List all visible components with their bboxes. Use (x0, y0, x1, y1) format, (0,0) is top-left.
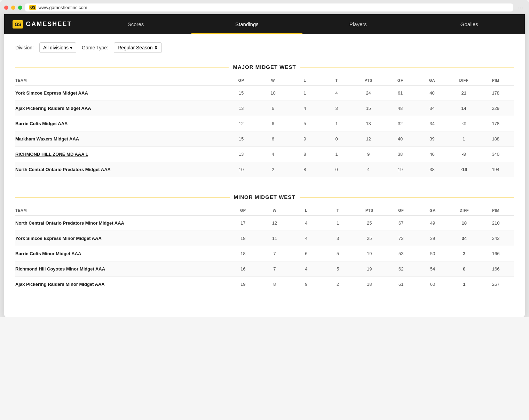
cell-pim-1-3: 166 (482, 261, 514, 277)
app-wrapper: GS GAMESHEET Scores Standings Players Go… (4, 14, 525, 317)
cell-pts-1-4: 18 (356, 277, 387, 292)
cell-l-1-2: 6 (292, 246, 324, 261)
cell-gf-1-2: 53 (387, 246, 419, 261)
table-row: North Central Ontario Predators Minor Mi… (15, 216, 514, 231)
cell-gf-1-0: 67 (387, 216, 419, 231)
division-select[interactable]: All divisions ▾ (39, 42, 76, 53)
cell-t-0-3: 0 (323, 131, 355, 147)
col-header-gf-0: GF (386, 75, 418, 86)
table-row: Barrie Colts Midget AAA12651133234-2178 (15, 116, 514, 131)
cell-pim-1-4: 267 (482, 277, 514, 292)
table-row: York Simcoe Express Midget AAA1510142461… (15, 86, 514, 101)
section-line-left-0 (15, 67, 229, 67)
team-name-0-4[interactable]: RICHMOND HILL ZONE MD AAA 1 (15, 147, 227, 162)
cell-ga-0-2: 34 (418, 116, 450, 131)
division-label: Division: (15, 45, 34, 50)
cell-gp-0-4: 13 (227, 147, 259, 162)
cell-diff-0-0: 21 (450, 86, 482, 101)
nav-logo[interactable]: GS GAMESHEET (4, 15, 80, 34)
cell-ga-0-1: 34 (418, 101, 450, 116)
col-header-diff-1: DIFF (450, 205, 482, 216)
cell-gf-0-3: 40 (386, 131, 418, 147)
cell-gp-0-1: 13 (227, 101, 259, 116)
cell-gf-0-2: 32 (386, 116, 418, 131)
col-header-pts-1: PTS (356, 205, 387, 216)
team-name-1-1: York Simcoe Express Minor Midget AAA (15, 231, 229, 246)
col-header-diff-0: DIFF (450, 75, 482, 86)
browser-url: www.gamesheetinc.com (38, 5, 87, 10)
cell-gf-0-5: 19 (386, 162, 418, 177)
content-area: Division: All divisions ▾ Game Type: Reg… (4, 34, 525, 317)
cell-w-0-1: 6 (259, 101, 291, 116)
browser-chrome: GS www.gamesheetinc.com ⋯ GS GAMESHEET S… (0, 0, 529, 317)
filters-bar: Division: All divisions ▾ Game Type: Reg… (15, 42, 514, 53)
cell-pts-0-3: 12 (355, 131, 386, 147)
team-name-1-0: North Central Ontario Predators Minor Mi… (15, 216, 229, 231)
cell-gp-0-5: 10 (227, 162, 259, 177)
game-type-label: Game Type: (82, 45, 108, 50)
table-row: Richmond Hill Coyotes Minor Midget AAA16… (15, 261, 514, 277)
col-header-gf-1: GF (387, 205, 419, 216)
section-line-right-1 (300, 197, 514, 197)
cell-w-0-2: 6 (259, 116, 291, 131)
col-header-team-1: TEAM (15, 205, 229, 216)
nav-standings[interactable]: Standings (191, 14, 302, 34)
address-bar[interactable]: GS www.gamesheetinc.com (25, 3, 513, 11)
cell-t-1-0: 1 (324, 216, 356, 231)
cell-w-0-4: 4 (259, 147, 291, 162)
cell-pts-1-0: 25 (356, 216, 387, 231)
team-name-1-4: Ajax Pickering Raiders Minor Midget AAA (15, 277, 229, 292)
cell-gf-1-1: 73 (387, 231, 419, 246)
col-header-pim-0: PIM (482, 75, 514, 86)
col-header-t-1: T (324, 205, 356, 216)
cell-w-1-4: 8 (261, 277, 293, 292)
section-title-1: MINOR MIDGET WEST (234, 194, 295, 200)
cell-pts-0-0: 24 (355, 86, 386, 101)
cell-diff-1-0: 18 (450, 216, 482, 231)
cell-l-0-2: 5 (291, 116, 323, 131)
table-row: York Simcoe Express Minor Midget AAA1811… (15, 231, 514, 246)
cell-diff-1-1: 34 (450, 231, 482, 246)
nav-players[interactable]: Players (302, 14, 413, 34)
cell-l-1-1: 4 (292, 231, 324, 246)
cell-diff-1-3: 8 (450, 261, 482, 277)
team-name-1-3: Richmond Hill Coyotes Minor Midget AAA (15, 261, 229, 277)
col-header-l-1: L (292, 205, 324, 216)
browser-menu-button[interactable]: ⋯ (516, 4, 525, 11)
cell-gp-0-0: 15 (227, 86, 259, 101)
team-name-0-3: Markham Waxers Midget AAA (15, 131, 227, 147)
cell-pim-1-0: 210 (482, 216, 514, 231)
nav-bar: GS GAMESHEET Scores Standings Players Go… (4, 14, 525, 34)
browser-maximize-dot[interactable] (18, 6, 22, 10)
cell-ga-0-4: 46 (418, 147, 450, 162)
table-row: Ajax Pickering Raiders Minor Midget AAA1… (15, 277, 514, 292)
cell-gf-1-4: 61 (387, 277, 419, 292)
standings-sections: MAJOR MIDGET WEST TEAMGPWLTPTSGFGADIFFPI… (15, 64, 514, 292)
logo-text: GAMESHEET (26, 21, 72, 28)
col-header-gp-1: GP (229, 205, 261, 216)
cell-t-0-4: 1 (323, 147, 355, 162)
cell-l-0-3: 9 (291, 131, 323, 147)
browser-minimize-dot[interactable] (11, 6, 15, 10)
cell-w-1-2: 7 (261, 246, 293, 261)
nav-goalies[interactable]: Goalies (414, 14, 525, 34)
game-type-dropdown-icon: ⇕ (154, 45, 158, 50)
browser-close-dot[interactable] (4, 6, 8, 10)
cell-diff-0-5: -19 (450, 162, 482, 177)
col-header-w-1: W (261, 205, 293, 216)
cell-gp-1-1: 18 (229, 231, 261, 246)
cell-ga-1-0: 49 (419, 216, 451, 231)
cell-pim-1-1: 242 (482, 231, 514, 246)
cell-diff-1-2: 3 (450, 246, 482, 261)
cell-ga-1-1: 39 (419, 231, 451, 246)
cell-pim-0-1: 229 (482, 101, 514, 116)
nav-scores[interactable]: Scores (80, 14, 191, 34)
section-title-0: MAJOR MIDGET WEST (233, 64, 296, 70)
logo-icon: GS (13, 20, 23, 29)
game-type-select[interactable]: Regular Season ⇕ (114, 42, 162, 53)
cell-gp-0-2: 12 (227, 116, 259, 131)
team-link-0-4[interactable]: RICHMOND HILL ZONE MD AAA 1 (15, 152, 88, 157)
cell-l-1-4: 9 (292, 277, 324, 292)
cell-gp-1-2: 18 (229, 246, 261, 261)
cell-gp-1-4: 19 (229, 277, 261, 292)
